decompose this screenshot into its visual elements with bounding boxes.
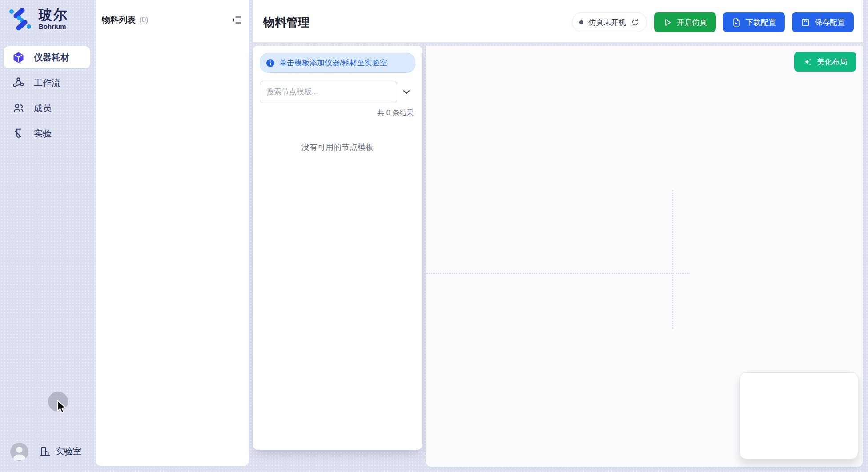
start-simulation-button[interactable]: 开启仿真 [654,12,716,32]
materials-list-title: 物料列表 [102,14,136,26]
chevron-down-icon [402,87,411,97]
cube-icon [12,52,24,64]
save-icon [801,18,810,27]
beautify-layout-button[interactable]: 美化布局 [794,52,856,72]
file-download-icon [732,18,741,27]
start-simulation-label: 开启仿真 [677,17,707,28]
topbar-actions: 仿真未开机 开启仿真 下载配 [572,12,854,32]
canvas-guide-line-horizontal [426,273,689,274]
node-template-panel: 单击模板添加仪器/耗材至实验室 共 0 条结果 没有可用的节点模板 [253,46,422,450]
collapse-panel-icon [232,15,242,25]
canvas-guide-line-vertical [672,190,673,329]
sidebar-item-workflow[interactable]: 工作流 [4,72,90,94]
beautify-layout-label: 美化布局 [817,57,847,67]
workflow-icon [12,77,24,89]
sidebar-nav: 仪器耗材 工作流 成员 [4,46,90,144]
main-region: 物料管理 仿真未开机 开启仿真 [253,0,863,467]
refresh-icon[interactable] [631,18,639,27]
lab-label: 实验室 [55,445,82,457]
search-template-input[interactable] [260,81,397,103]
layout-canvas[interactable]: 美化布局 [426,46,863,467]
play-icon [663,18,672,27]
sidebar-item-instruments[interactable]: 仪器耗材 [4,46,90,68]
sidebar-item-label: 成员 [34,102,52,114]
simulation-status-label: 仿真未开机 [588,17,626,28]
building-icon [39,445,51,457]
result-count: 共 0 条结果 [260,108,415,118]
sidebar-item-lab[interactable]: 实验室 [39,445,82,457]
page-title: 物料管理 [263,15,309,30]
template-search-row [260,81,415,103]
materials-list-header: 物料列表 (0) [102,13,243,27]
sidebar-item-label: 实验 [34,128,52,140]
brand-logo: 玻尔 Bohrium [8,7,68,31]
info-banner: 单击模板添加仪器/耗材至实验室 [260,53,415,73]
avatar-person-icon [10,443,28,461]
brand-name-zh: 玻尔 [39,8,68,23]
topbar: 物料管理 仿真未开机 开启仿真 [253,0,863,42]
info-icon [266,59,275,68]
sidebar-footer: 实验室 [0,443,96,462]
brand-name-en: Bohrium [39,23,68,31]
sidebar: 玻尔 Bohrium 仪器耗材 工作流 [0,0,96,472]
sidebar-item-members[interactable]: 成员 [4,97,90,119]
sidebar-item-label: 工作流 [34,77,60,89]
test-tube-icon [12,128,24,140]
materials-list-panel: 物料列表 (0) [96,0,249,466]
empty-state-text: 没有可用的节点模板 [260,142,415,152]
info-banner-text: 单击模板添加仪器/耗材至实验室 [279,58,387,68]
materials-list-count: (0) [139,16,149,24]
save-config-button[interactable]: 保存配置 [792,12,854,32]
filter-dropdown-toggle[interactable] [397,81,415,103]
status-dot-icon [579,20,583,24]
download-config-label: 下载配置 [746,17,776,28]
sparkles-icon [803,57,812,67]
members-icon [12,102,24,114]
user-avatar[interactable] [10,443,28,461]
sidebar-item-experiments[interactable]: 实验 [4,122,90,144]
collapse-panel-button[interactable] [231,14,243,26]
sidebar-item-label: 仪器耗材 [34,52,69,64]
simulation-status-pill[interactable]: 仿真未开机 [572,12,647,32]
download-config-button[interactable]: 下载配置 [723,12,785,32]
save-config-label: 保存配置 [815,17,845,28]
bohrium-logo-icon [8,7,32,31]
minimap[interactable] [739,372,858,459]
